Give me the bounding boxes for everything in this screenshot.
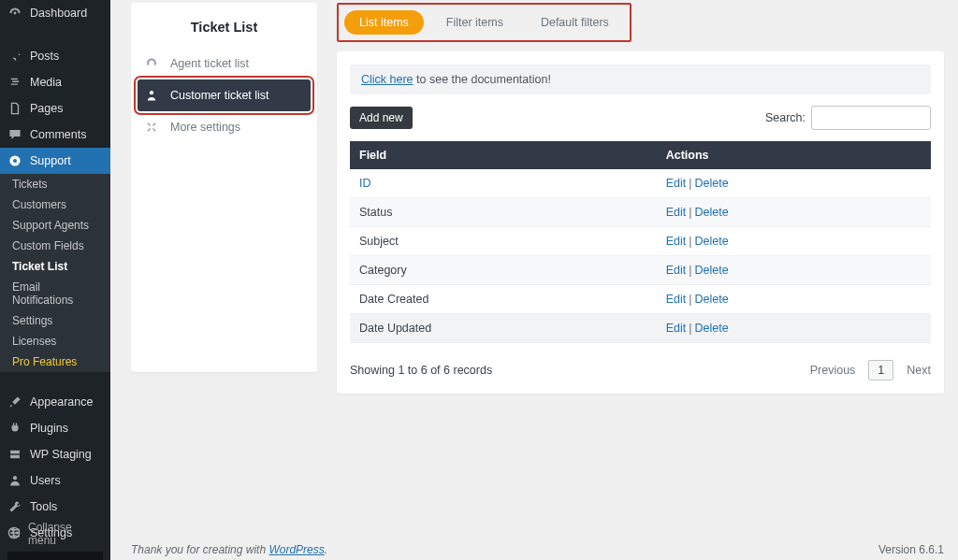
field-link[interactable]: ID	[359, 177, 371, 190]
delete-link[interactable]: Delete	[695, 206, 729, 219]
tab-default-filters[interactable]: Default filters	[526, 10, 624, 35]
svg-rect-2	[10, 451, 20, 454]
menu-label: Appearance	[30, 395, 93, 409]
submenu-custom-fields[interactable]: Custom Fields	[0, 236, 110, 256]
edit-link[interactable]: Edit	[666, 177, 687, 190]
panel-agent-ticket-list[interactable]: Agent ticket list	[131, 48, 317, 79]
cell-field: ID	[350, 169, 657, 198]
footer-thanks-pre: Thank you for creating with	[131, 543, 269, 556]
th-actions: Actions	[657, 141, 931, 169]
delete-link[interactable]: Delete	[695, 293, 729, 306]
cell-field: Subject	[350, 227, 657, 256]
menu-label: Plugins	[30, 422, 68, 435]
fields-table: Field Actions IDEdit|DeleteStatusEdit|De…	[350, 141, 931, 343]
tools-icon	[144, 120, 159, 135]
table-row: CategoryEdit|Delete	[350, 256, 931, 285]
pager-page[interactable]: 1	[868, 360, 893, 381]
wrench-icon	[7, 499, 22, 514]
menu-label: Tools	[30, 500, 57, 513]
dashboard-icon	[7, 6, 22, 21]
submenu-support-agents[interactable]: Support Agents	[0, 215, 110, 236]
menu-label: Support	[30, 154, 71, 167]
menu-comments[interactable]: Comments	[0, 122, 110, 148]
ticket-list-panel: Ticket List Agent ticket listCustomer ti…	[131, 3, 317, 372]
brush-icon	[7, 395, 22, 409]
menu-label: Posts	[30, 50, 59, 63]
documentation-note: Click here to see the documentation!	[350, 65, 931, 94]
submenu-ticket-list[interactable]: Ticket List	[0, 256, 110, 277]
submenu-licenses[interactable]: Licenses	[0, 331, 110, 352]
table-row: SubjectEdit|Delete	[350, 227, 931, 256]
pin-icon	[7, 49, 22, 64]
submenu-email-notifications[interactable]: Email Notifications	[0, 277, 110, 310]
support-submenu: TicketsCustomersSupport AgentsCustom Fie…	[0, 174, 110, 372]
menu-label: WP Staging	[30, 448, 92, 461]
menu-posts[interactable]: Posts	[0, 43, 110, 69]
cell-actions: Edit|Delete	[657, 169, 931, 198]
delete-link[interactable]: Delete	[695, 235, 729, 248]
collapse-icon	[7, 526, 21, 542]
edit-link[interactable]: Edit	[666, 264, 687, 277]
svg-point-1	[13, 159, 17, 163]
search-input[interactable]	[811, 106, 931, 130]
menu-pages[interactable]: Pages	[0, 95, 110, 122]
pager-prev[interactable]: Previous	[810, 364, 856, 377]
tab-list-items[interactable]: List items	[344, 10, 424, 35]
menu-media[interactable]: Media	[0, 69, 110, 95]
headset-icon	[144, 56, 159, 71]
collapse-menu[interactable]: Collapse menu	[0, 515, 110, 553]
delete-link[interactable]: Delete	[695, 322, 729, 335]
submenu-pro-features[interactable]: Pro Features	[0, 352, 110, 372]
search-wrap: Search:	[765, 106, 931, 130]
panel-item-label: Agent ticket list	[170, 57, 249, 70]
toolbar: Add new Search:	[350, 106, 931, 130]
svg-point-8	[8, 527, 19, 538]
menu-wp-staging[interactable]: WP Staging	[0, 441, 110, 467]
cell-field: Date Updated	[350, 314, 657, 343]
menu-appearance[interactable]: Appearance	[0, 389, 110, 415]
collapse-label: Collapse menu	[28, 521, 103, 547]
svg-rect-3	[10, 455, 20, 459]
submenu-customers[interactable]: Customers	[0, 194, 110, 215]
cell-actions: Edit|Delete	[657, 198, 931, 227]
panel-item-label: Customer ticket list	[170, 89, 269, 102]
table-row: Date UpdatedEdit|Delete	[350, 314, 931, 343]
pager-next[interactable]: Next	[907, 364, 931, 377]
th-field: Field	[350, 141, 657, 169]
server-icon	[7, 447, 22, 462]
cell-actions: Edit|Delete	[657, 314, 931, 343]
documentation-link[interactable]: Click here	[361, 73, 414, 86]
cell-actions: Edit|Delete	[657, 256, 931, 285]
tab-filter-items[interactable]: Filter items	[431, 10, 518, 35]
submenu-tickets[interactable]: Tickets	[0, 174, 110, 194]
delete-link[interactable]: Delete	[695, 177, 729, 190]
footer-wordpress-link[interactable]: WordPress	[269, 543, 324, 556]
pager: Showing 1 to 6 of 6 records Previous 1 N…	[350, 360, 931, 381]
panel-customer-ticket-list[interactable]: Customer ticket list	[138, 79, 311, 111]
cell-actions: Edit|Delete	[657, 227, 931, 256]
menu-label: Comments	[30, 128, 86, 141]
add-new-button[interactable]: Add new	[350, 107, 413, 129]
panel-more-settings[interactable]: More settings	[131, 111, 317, 143]
delete-link[interactable]: Delete	[695, 264, 729, 277]
table-row: Date CreatedEdit|Delete	[350, 285, 931, 314]
edit-link[interactable]: Edit	[666, 235, 687, 248]
comment-icon	[7, 127, 22, 142]
menu-plugins[interactable]: Plugins	[0, 415, 110, 441]
menu-label: Media	[30, 76, 62, 89]
edit-link[interactable]: Edit	[666, 293, 687, 306]
sidebar-separator	[7, 552, 103, 560]
edit-link[interactable]: Edit	[666, 206, 687, 219]
documentation-rest: to see the documentation!	[414, 73, 551, 86]
user-icon	[7, 473, 22, 488]
list-items-card: Click here to see the documentation! Add…	[337, 51, 944, 394]
menu-support[interactable]: Support	[0, 148, 110, 174]
menu-dashboard[interactable]: Dashboard	[0, 0, 110, 26]
search-label: Search:	[765, 111, 806, 124]
submenu-settings[interactable]: Settings	[0, 310, 110, 331]
edit-link[interactable]: Edit	[666, 322, 687, 335]
menu-users[interactable]: Users	[0, 467, 110, 494]
svg-point-4	[13, 476, 17, 480]
menu-label: Pages	[30, 102, 63, 115]
pages-icon	[7, 101, 22, 116]
